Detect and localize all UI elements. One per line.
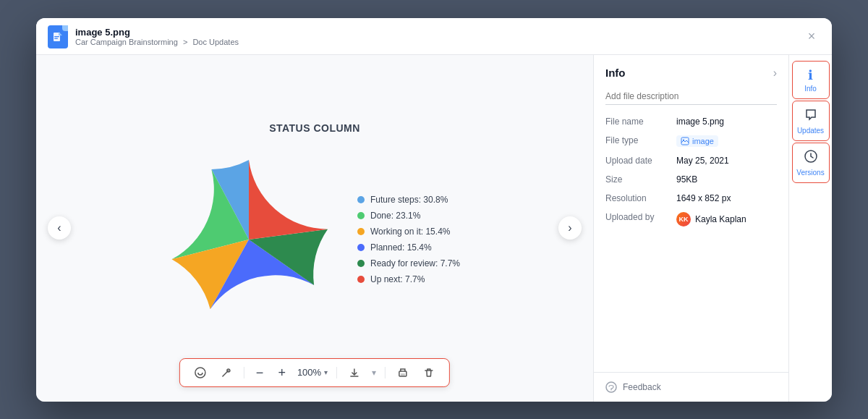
versions-icon	[804, 149, 818, 167]
feedback-label: Feedback	[623, 382, 661, 392]
side-icon-versions[interactable]: Versions	[792, 143, 830, 183]
close-button[interactable]: ×	[803, 28, 820, 46]
legend-label-working: Working on it: 15.4%	[370, 227, 451, 237]
right-panel: Info › File name image 5.png File type i…	[593, 55, 788, 402]
toolbar-divider-3	[385, 367, 386, 378]
legend-item-1: Done: 23.1%	[357, 211, 460, 221]
side-icon-info[interactable]: ℹ Info	[792, 61, 830, 99]
toolbar-divider-1	[244, 367, 244, 378]
legend-dot-review	[357, 260, 365, 267]
pie-chart	[169, 160, 328, 319]
side-icon-versions-label: Versions	[796, 169, 824, 177]
info-value-uploaddate: May 25, 2021	[676, 156, 729, 166]
chart-wrapper: STATUS COLUMN	[126, 122, 503, 334]
legend-label-review: Ready for review: 7.7%	[370, 258, 460, 268]
zoom-control[interactable]: 100% ▾	[297, 367, 328, 378]
svg-point-3	[195, 368, 205, 378]
svg-point-8	[683, 139, 684, 140]
info-label-size: Size	[605, 174, 671, 185]
info-label-uploaddate: Upload date	[605, 156, 671, 166]
content-area: ‹ STATUS COLUMN	[36, 55, 593, 402]
info-label-resolution: Resolution	[605, 193, 671, 203]
side-icon-updates-label: Updates	[797, 127, 824, 135]
modal-body: ‹ STATUS COLUMN	[36, 55, 832, 402]
info-value-uploadedby: KK Kayla Kaplan	[676, 212, 746, 227]
zoom-chevron: ▾	[324, 368, 328, 376]
feedback-button[interactable]: Feedback	[594, 372, 788, 402]
header-title-group: image 5.png Car Campaign Brainstorming >…	[75, 27, 239, 46]
draw-button[interactable]	[218, 365, 235, 380]
side-icon-updates[interactable]: Updates	[792, 101, 830, 141]
svg-rect-2	[54, 38, 58, 38]
breadcrumb-parent: Car Campaign Brainstorming	[75, 38, 178, 46]
legend-label-future: Future steps: 30.8%	[370, 195, 448, 205]
legend-label-upnext: Up next: 7.7%	[370, 274, 425, 284]
info-value-size: 95KB	[676, 174, 697, 185]
zoom-value: 100%	[297, 367, 321, 378]
toolbar-divider-2	[336, 367, 337, 378]
info-row-uploadedby: Uploaded by KK Kayla Kaplan	[605, 212, 777, 227]
updates-icon	[804, 107, 818, 125]
legend-dot-done	[357, 212, 365, 219]
file-type-icon	[48, 25, 68, 48]
chart-title: STATUS COLUMN	[269, 122, 360, 134]
info-panel: Info › File name image 5.png File type i…	[594, 55, 788, 372]
header-breadcrumb: Car Campaign Brainstorming > Doc Updates	[75, 38, 239, 46]
zoom-out-button[interactable]: −	[253, 365, 267, 381]
info-row-resolution: Resolution 1649 x 852 px	[605, 193, 777, 203]
annotate-button[interactable]	[192, 365, 209, 380]
legend-label-done: Done: 23.1%	[370, 211, 420, 221]
info-expand-button[interactable]: ›	[773, 67, 777, 80]
download-chevron: ▾	[372, 368, 376, 378]
info-value-resolution: 1649 x 852 px	[676, 193, 731, 203]
uploader-avatar: KK	[676, 212, 691, 227]
svg-rect-1	[54, 36, 59, 37]
description-input[interactable]	[605, 88, 777, 105]
info-label-uploadedby: Uploaded by	[605, 212, 671, 227]
info-row-uploaddate: Upload date May 25, 2021	[605, 156, 777, 166]
info-row-filename: File name image 5.png	[605, 117, 777, 127]
info-title: Info	[605, 67, 626, 79]
info-value-filename: image 5.png	[676, 117, 724, 127]
side-icon-info-label: Info	[804, 85, 817, 93]
download-button[interactable]	[346, 365, 363, 380]
chart-legend: Future steps: 30.8% Done: 23.1% Working …	[357, 195, 460, 284]
zoom-out-icon: −	[256, 366, 264, 379]
info-row-size: Size 95KB	[605, 174, 777, 185]
zoom-in-icon: +	[278, 366, 286, 379]
print-button[interactable]	[394, 365, 412, 380]
svg-point-9	[606, 382, 616, 392]
info-header: Info ›	[605, 67, 777, 80]
legend-dot-upnext	[357, 276, 365, 283]
info-row-filetype: File type image	[605, 135, 777, 147]
breadcrumb-current: Doc Updates	[192, 38, 239, 46]
legend-label-planned: Planned: 15.4%	[370, 242, 432, 253]
info-label-filetype: File type	[605, 135, 671, 147]
modal: image 5.png Car Campaign Brainstorming >…	[36, 18, 832, 402]
info-value-filetype: image	[676, 135, 718, 147]
legend-item-4: Ready for review: 7.7%	[357, 258, 460, 268]
header-filename: image 5.png	[75, 27, 239, 38]
legend-dot-planned	[357, 244, 365, 251]
info-label-filename: File name	[605, 117, 671, 127]
side-icons-panel: ℹ Info Updates Versions	[788, 55, 832, 402]
info-icon: ℹ	[808, 67, 813, 83]
zoom-in-button[interactable]: +	[275, 365, 289, 381]
svg-rect-6	[401, 373, 405, 376]
chart-container: Future steps: 30.8% Done: 23.1% Working …	[126, 145, 503, 334]
legend-item-5: Up next: 7.7%	[357, 274, 460, 284]
delete-button[interactable]	[420, 365, 438, 380]
legend-item-3: Planned: 15.4%	[357, 242, 460, 253]
filetype-badge: image	[676, 135, 718, 147]
next-arrow[interactable]: ›	[558, 216, 582, 240]
modal-header: image 5.png Car Campaign Brainstorming >…	[36, 18, 832, 55]
toolbar: − + 100% ▾ ▾	[179, 358, 450, 387]
legend-item-0: Future steps: 30.8%	[357, 195, 460, 205]
legend-dot-working	[357, 228, 365, 235]
breadcrumb-separator: >	[183, 38, 187, 46]
prev-arrow[interactable]: ‹	[48, 216, 71, 240]
feedback-icon	[605, 381, 617, 393]
legend-dot-future	[357, 196, 365, 203]
header-left: image 5.png Car Campaign Brainstorming >…	[48, 25, 239, 48]
legend-item-2: Working on it: 15.4%	[357, 227, 460, 237]
